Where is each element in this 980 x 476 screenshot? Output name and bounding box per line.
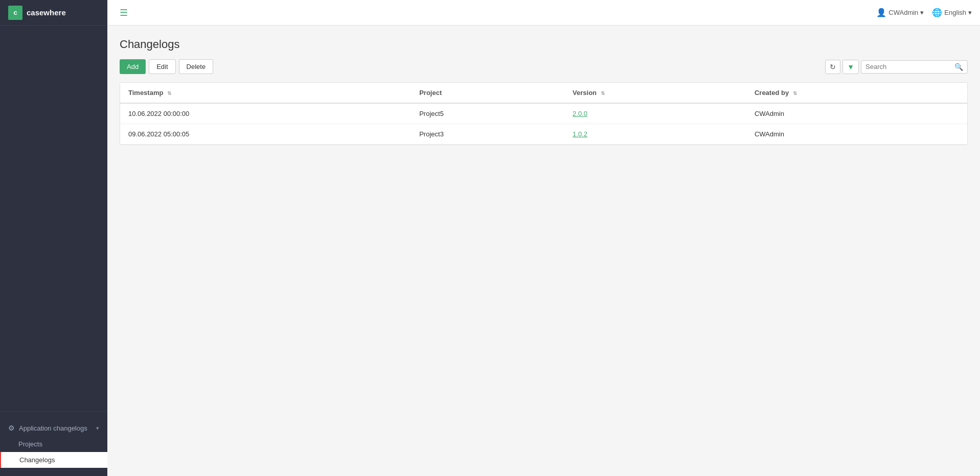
sidebar: c casewhere ⚙ Application changelogs ▾ P… — [0, 0, 107, 476]
sort-icon-created-by: ⇅ — [793, 90, 797, 96]
sidebar-logo: c casewhere — [0, 0, 107, 26]
search-input[interactable] — [865, 63, 951, 70]
version-link[interactable]: 2.0.0 — [573, 110, 587, 117]
sidebar-section-items: Projects Changelogs — [0, 436, 107, 468]
hamburger-icon: ☰ — [120, 8, 128, 18]
col-header-timestamp[interactable]: Timestamp ⇅ — [120, 83, 411, 103]
add-button[interactable]: Add — [120, 59, 146, 74]
lang-dropdown-arrow: ▾ — [968, 9, 972, 16]
topnav-left: ☰ — [116, 5, 132, 20]
toolbar: Add Edit Delete ↻ ▼ 🔍 — [120, 59, 968, 74]
topnav-right: 👤 CWAdmin ▾ 🌐 English ▾ — [876, 8, 972, 17]
table-header-row: Timestamp ⇅ Project Version ⇅ Created by — [120, 83, 967, 103]
col-header-project: Project — [411, 83, 564, 103]
sidebar-section-changelogs: ⚙ Application changelogs ▾ Projects Chan… — [0, 418, 107, 470]
user-dropdown-arrow: ▾ — [920, 9, 924, 16]
table-body: 10.06.2022 00:00:00Project52.0.0CWAdmin0… — [120, 103, 967, 145]
cell-created-by: CWAdmin — [746, 124, 967, 145]
sort-icon-version: ⇅ — [601, 90, 605, 96]
chevron-down-icon: ▾ — [96, 425, 99, 432]
cell-created-by: CWAdmin — [746, 103, 967, 124]
table-row: 10.06.2022 00:00:00Project52.0.0CWAdmin — [120, 103, 967, 124]
search-icon[interactable]: 🔍 — [954, 63, 963, 71]
table-row: 09.06.2022 05:00:05Project31.0.2CWAdmin — [120, 124, 967, 145]
col-header-created-by[interactable]: Created by ⇅ — [746, 83, 967, 103]
page-title: Changelogs — [120, 38, 968, 51]
sidebar-bottom: ⚙ Application changelogs ▾ Projects Chan… — [0, 411, 107, 476]
refresh-icon: ↻ — [830, 63, 836, 71]
cell-project: Project3 — [411, 124, 564, 145]
lang-dropdown[interactable]: 🌐 English ▾ — [932, 8, 972, 17]
sidebar-content — [0, 26, 107, 411]
main-area: ☰ 👤 CWAdmin ▾ 🌐 English ▾ Changelogs Add… — [107, 0, 980, 476]
sidebar-item-projects[interactable]: Projects — [0, 436, 107, 452]
cell-version[interactable]: 1.0.2 — [564, 124, 746, 145]
user-label: CWAdmin — [888, 9, 918, 16]
logo-letter: c — [13, 9, 17, 16]
sidebar-section-header[interactable]: ⚙ Application changelogs ▾ — [0, 420, 107, 436]
changelogs-table: Timestamp ⇅ Project Version ⇅ Created by — [120, 83, 967, 145]
sort-icon-timestamp: ⇅ — [167, 90, 171, 96]
sidebar-item-label-projects: Projects — [18, 440, 42, 448]
filter-icon: ▼ — [847, 63, 854, 71]
sidebar-item-changelogs[interactable]: Changelogs — [0, 452, 107, 468]
gear-icon: ⚙ — [8, 424, 15, 432]
cell-timestamp: 09.06.2022 05:00:05 — [120, 124, 411, 145]
cell-version[interactable]: 2.0.0 — [564, 103, 746, 124]
user-icon: 👤 — [876, 8, 886, 17]
cell-timestamp: 10.06.2022 00:00:00 — [120, 103, 411, 124]
refresh-button[interactable]: ↻ — [825, 60, 840, 74]
user-dropdown[interactable]: 👤 CWAdmin ▾ — [876, 8, 924, 17]
sidebar-section-label: Application changelogs — [19, 424, 87, 432]
table-head: Timestamp ⇅ Project Version ⇅ Created by — [120, 83, 967, 103]
sidebar-item-label-changelogs: Changelogs — [19, 456, 55, 464]
edit-button[interactable]: Edit — [149, 59, 175, 74]
page-content: Changelogs Add Edit Delete ↻ ▼ 🔍 — [107, 26, 980, 476]
toolbar-right: ↻ ▼ 🔍 — [825, 60, 968, 74]
lang-label: English — [944, 9, 966, 16]
delete-button[interactable]: Delete — [179, 59, 214, 74]
filter-button[interactable]: ▼ — [842, 60, 859, 74]
globe-icon: 🌐 — [932, 8, 942, 17]
cell-project: Project5 — [411, 103, 564, 124]
col-header-version[interactable]: Version ⇅ — [564, 83, 746, 103]
logo-icon: c — [8, 6, 22, 20]
app-name: casewhere — [27, 8, 66, 17]
table-container: Timestamp ⇅ Project Version ⇅ Created by — [120, 82, 968, 145]
hamburger-button[interactable]: ☰ — [116, 5, 132, 20]
search-box: 🔍 — [861, 60, 968, 74]
topnav: ☰ 👤 CWAdmin ▾ 🌐 English ▾ — [107, 0, 980, 26]
version-link[interactable]: 1.0.2 — [573, 130, 587, 138]
toolbar-left: Add Edit Delete — [120, 59, 213, 74]
